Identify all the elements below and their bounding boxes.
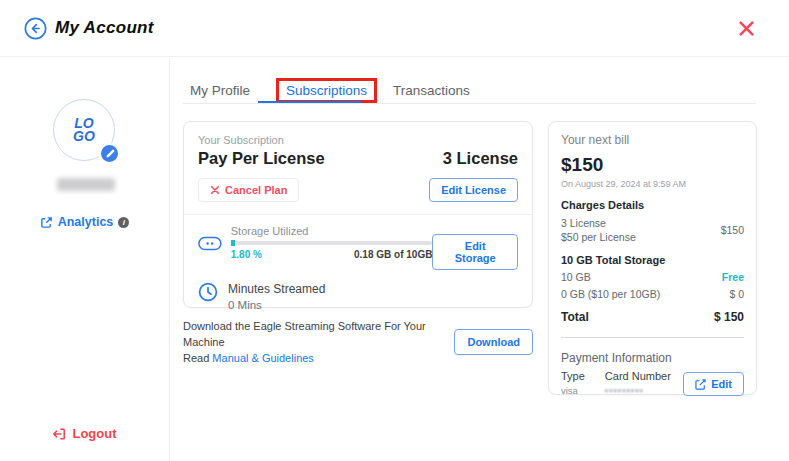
bill-amount: $150 xyxy=(561,154,744,176)
download-line2: Read Manual & Guidelines xyxy=(183,350,454,366)
download-button-label: Download xyxy=(467,336,520,348)
license-charge-line2: $50 per License xyxy=(561,230,636,244)
storage-drive-icon xyxy=(198,236,222,251)
minutes-row: Minutes Streamed 0 Mins xyxy=(198,282,518,311)
total-row: Total $ 150 xyxy=(561,310,744,324)
main-content: My Profile Subscriptions Transactions Yo… xyxy=(170,58,789,461)
tab-bar: My Profile Subscriptions Transactions xyxy=(190,78,496,103)
storage-usage-block: Storage Utilized 1.80 % 0.18 GB of 10GB xyxy=(231,225,433,260)
tab-transactions[interactable]: Transactions xyxy=(393,83,470,98)
storage-label: Storage Utilized xyxy=(231,225,433,237)
total-value: $ 150 xyxy=(714,310,744,324)
subscription-card: Your Subscription Pay Per License 3 Lice… xyxy=(183,121,533,308)
bill-divider xyxy=(561,337,744,338)
modal-header: My Account xyxy=(0,0,789,57)
storage-percent: 1.80 % xyxy=(231,249,262,260)
storage-charge-title: 10 GB Total Storage xyxy=(561,254,744,266)
my-account-modal: My Account LO GO Analytics xyxy=(0,0,789,461)
cancel-plan-button[interactable]: Cancel Plan xyxy=(198,178,299,202)
minutes-block: Minutes Streamed 0 Mins xyxy=(228,282,325,311)
license-count: 3 License xyxy=(443,149,518,168)
edit-storage-button[interactable]: Edit Storage xyxy=(432,234,518,270)
back-arrow-icon xyxy=(24,17,47,40)
minutes-value: 0 Mins xyxy=(228,299,325,311)
download-button[interactable]: Download xyxy=(454,329,533,355)
analytics-link[interactable]: Analytics i xyxy=(0,215,169,229)
edit-license-label: Edit License xyxy=(441,184,506,196)
storage-row: Storage Utilized 1.80 % 0.18 GB of 10GB … xyxy=(198,225,518,270)
logo-text-line2: GO xyxy=(73,130,95,143)
storage-row2-value: $ 0 xyxy=(729,288,744,300)
total-label: Total xyxy=(561,310,589,324)
bill-section-label: Your next bill xyxy=(561,133,744,147)
cancel-x-icon xyxy=(210,185,220,195)
payment-type-value: visa xyxy=(561,385,585,396)
card-number-label: Card Number xyxy=(605,370,671,382)
account-sidebar: LO GO Analytics i Logout xyxy=(0,58,170,461)
storage-progress-bar xyxy=(231,241,433,245)
license-charge-labels: 3 License $50 per License xyxy=(561,216,636,244)
edit-avatar-button[interactable] xyxy=(99,143,120,164)
next-bill-card: Your next bill $150 On August 29, 2024 a… xyxy=(548,121,757,395)
charges-title: Charges Details xyxy=(561,199,744,211)
storage-row1-label: 10 GB xyxy=(561,271,591,283)
tab-subscriptions[interactable]: Subscriptions xyxy=(286,83,367,98)
card-divider xyxy=(184,214,532,215)
logout-icon xyxy=(52,427,66,441)
edit-payment-button[interactable]: Edit xyxy=(683,372,744,396)
download-section: Download the Eagle Streaming Software Fo… xyxy=(183,318,533,366)
edit-square-icon xyxy=(695,379,706,390)
payment-card-col: Card Number ••••••••• xyxy=(605,370,671,396)
analytics-label: Analytics xyxy=(58,215,114,229)
card-number-value: ••••••••• xyxy=(605,385,671,396)
tab-my-profile[interactable]: My Profile xyxy=(190,83,250,98)
storage-row2-label: 0 GB ($10 per 10GB) xyxy=(561,288,660,300)
payment-type-label: Type xyxy=(561,370,585,382)
plan-row: Pay Per License 3 License xyxy=(198,149,518,168)
storage-usage: 0.18 GB of 10GB xyxy=(354,249,432,260)
close-icon[interactable] xyxy=(738,20,755,37)
logout-label: Logout xyxy=(72,426,116,441)
payment-info-row: Type visa Card Number ••••••••• Edit xyxy=(561,370,744,396)
back-button[interactable] xyxy=(24,17,47,40)
payment-type-col: Type visa xyxy=(561,370,585,396)
download-line1: Download the Eagle Streaming Software Fo… xyxy=(183,318,454,350)
page-title: My Account xyxy=(55,18,154,38)
read-prefix: Read xyxy=(183,352,212,364)
storage-charge-row-2: 0 GB ($10 per 10GB) $ 0 xyxy=(561,288,744,300)
tabs-divider xyxy=(183,103,756,104)
avatar: LO GO xyxy=(53,99,117,163)
plan-actions-row: Cancel Plan Edit License xyxy=(198,178,518,202)
pencil-icon xyxy=(105,149,115,159)
license-charge-line1: 3 License xyxy=(561,216,636,230)
edit-payment-label: Edit xyxy=(711,378,732,390)
clock-icon xyxy=(198,282,218,302)
account-name-redacted xyxy=(57,178,115,191)
plan-name: Pay Per License xyxy=(198,149,325,168)
annotation-highlight-box: Subscriptions xyxy=(276,78,377,103)
edit-license-button[interactable]: Edit License xyxy=(429,178,518,202)
info-icon[interactable]: i xyxy=(118,217,129,228)
manual-guidelines-link[interactable]: Manual & Guidelines xyxy=(212,352,314,364)
minutes-label: Minutes Streamed xyxy=(228,282,325,296)
storage-caption-row: 1.80 % 0.18 GB of 10GB xyxy=(231,249,433,260)
payment-title: Payment Information xyxy=(561,351,744,365)
storage-row1-value: Free xyxy=(722,271,744,283)
license-charge-row: 3 License $50 per License $150 xyxy=(561,216,744,244)
license-charge-amount: $150 xyxy=(721,224,744,236)
external-link-icon xyxy=(40,216,53,229)
cancel-plan-label: Cancel Plan xyxy=(225,184,287,196)
storage-charge-row-1: 10 GB Free xyxy=(561,271,744,283)
subscription-section-label: Your Subscription xyxy=(198,134,518,146)
bill-date: On August 29, 2024 at 9:59 AM xyxy=(561,179,744,189)
storage-progress-fill xyxy=(231,240,235,246)
logout-button[interactable]: Logout xyxy=(0,426,169,441)
download-text: Download the Eagle Streaming Software Fo… xyxy=(183,318,454,366)
edit-storage-label: Edit Storage xyxy=(444,240,506,264)
